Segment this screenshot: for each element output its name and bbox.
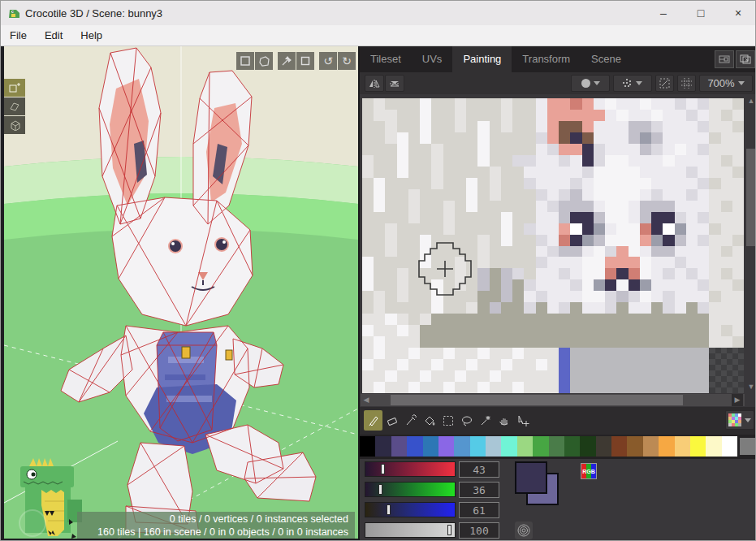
red-slider[interactable] <box>365 461 456 477</box>
viewport-3d[interactable]: ↺ ↻ 0 tiles / 0 vertices / 0 instances s… <box>1 46 358 541</box>
app-window: { "titlebar": { "title": "Crocotile 3D /… <box>0 0 756 541</box>
edit-tile-mode-button[interactable] <box>4 97 25 115</box>
minimize-button[interactable]: – <box>645 1 682 25</box>
horizontal-scrollbar[interactable]: ◀ ▶ <box>361 394 745 406</box>
palette-swatch[interactable] <box>564 436 580 457</box>
tab-transform[interactable]: Transform <box>512 46 581 72</box>
palette-swatch[interactable] <box>596 436 611 457</box>
palette-row <box>360 435 756 459</box>
green-value[interactable]: 36 <box>459 482 499 498</box>
palette-swatch[interactable] <box>643 436 659 457</box>
brush-shape-dropdown[interactable] <box>571 75 610 92</box>
palette-swatch[interactable] <box>470 436 486 457</box>
tab-painting[interactable]: Painting <box>452 46 512 72</box>
green-slider[interactable] <box>365 482 456 497</box>
tab-tileset[interactable]: Tileset <box>360 46 412 72</box>
palette-extra-swatch[interactable] <box>740 438 756 455</box>
scene-render <box>4 46 358 539</box>
blue-slider[interactable] <box>365 502 456 517</box>
mirror-x-button[interactable] <box>365 75 384 92</box>
zoom-level-dropdown[interactable]: 700% <box>699 75 753 92</box>
fill-tool[interactable] <box>420 410 438 431</box>
vertical-scrollbar[interactable]: ▲ ▼ <box>745 95 756 394</box>
palette-swatch[interactable] <box>706 436 721 457</box>
zoom-level-value: 700% <box>707 77 734 89</box>
brush-dither-dropdown[interactable] <box>613 75 652 92</box>
palette-swatch[interactable] <box>501 436 516 457</box>
palette-swatch[interactable] <box>391 436 407 457</box>
palette-swatch[interactable] <box>533 436 548 457</box>
palette-swatch[interactable] <box>454 436 469 457</box>
scroll-down-icon[interactable]: ▼ <box>745 381 756 392</box>
scroll-up-icon[interactable]: ▲ <box>745 95 756 106</box>
move-select-tool[interactable] <box>513 410 532 431</box>
lasso-tool[interactable] <box>457 410 476 431</box>
close-button[interactable]: × <box>719 1 756 25</box>
chevron-down-icon <box>636 81 642 85</box>
tab-uvs[interactable]: UVs <box>412 46 453 72</box>
menu-help[interactable]: Help <box>71 25 111 45</box>
viewport-select-tools <box>236 52 273 70</box>
pixel-grid-button[interactable] <box>677 75 696 92</box>
pencil-tool[interactable] <box>364 410 382 431</box>
palette-swatch[interactable] <box>407 436 422 457</box>
select-poly-icon[interactable] <box>255 52 273 70</box>
palette-swatch[interactable] <box>375 436 391 457</box>
palette-swatch[interactable] <box>486 436 501 457</box>
scroll-right-icon[interactable]: ▶ <box>732 394 743 406</box>
red-value[interactable]: 43 <box>459 461 499 478</box>
magic-wand-tool[interactable] <box>476 410 495 431</box>
eraser-tool[interactable] <box>382 410 401 431</box>
move-axes-icon[interactable] <box>278 52 296 70</box>
maximize-button[interactable]: □ <box>682 1 719 25</box>
horizontal-scroll-thumb[interactable] <box>391 395 683 405</box>
palette-swatch[interactable] <box>549 436 564 457</box>
painting-panel: Tileset UVs Painting Transform Scene <box>358 46 756 541</box>
palette-swatch[interactable] <box>690 436 706 457</box>
scale-rect-icon[interactable] <box>296 52 314 70</box>
blue-slider-thumb[interactable] <box>387 504 391 515</box>
palette-swatch[interactable] <box>360 436 375 457</box>
rgb-mode-badge[interactable]: RGB <box>581 463 597 479</box>
palette-swatch[interactable] <box>627 436 642 457</box>
palette-swatch[interactable] <box>722 436 737 457</box>
primary-color-swatch[interactable] <box>515 461 547 494</box>
tab-scene[interactable]: Scene <box>581 46 632 72</box>
opacity-slider[interactable] <box>365 522 456 538</box>
palette-swatch[interactable] <box>611 436 627 457</box>
green-slider-thumb[interactable] <box>378 484 382 495</box>
opacity-value[interactable]: 100 <box>459 522 499 539</box>
dither-circle-button[interactable] <box>515 522 533 539</box>
opacity-slider-thumb[interactable] <box>447 525 451 535</box>
rotate-cw-icon[interactable]: ↻ <box>338 52 356 70</box>
scroll-left-icon[interactable]: ◀ <box>361 394 372 405</box>
popout-panel-icon[interactable] <box>736 50 755 68</box>
palette-swatch[interactable] <box>675 436 690 457</box>
palette-options-dropdown[interactable] <box>725 410 754 430</box>
selection-mode-button[interactable] <box>655 75 674 92</box>
red-slider-thumb[interactable] <box>381 464 385 474</box>
palette-swatch[interactable] <box>580 436 595 457</box>
menu-edit[interactable]: Edit <box>36 25 71 45</box>
panel-tabbar: Tileset UVs Painting Transform Scene <box>360 46 756 72</box>
blue-value[interactable]: 61 <box>459 502 499 518</box>
select-rect-icon[interactable] <box>236 52 254 70</box>
add-tile-mode-button[interactable] <box>4 79 25 97</box>
window-title: Crocotile 3D / Scene: bunny3 <box>25 7 162 19</box>
pan-hand-tool[interactable] <box>495 410 513 431</box>
paint-canvas-area: ▲ ▼ ◀ ▶ <box>360 94 756 407</box>
menu-file[interactable]: File <box>1 25 36 45</box>
paint-canvas[interactable] <box>362 98 744 393</box>
mirror-y-button[interactable] <box>385 75 404 92</box>
select-rect-tool[interactable] <box>438 410 457 431</box>
eyedropper-tool[interactable] <box>401 410 420 431</box>
palette-swatch[interactable] <box>438 436 454 457</box>
palette-swatch[interactable] <box>659 436 674 457</box>
viewport-rotate-tools: ↺ ↻ <box>319 52 356 70</box>
rotate-ccw-icon[interactable]: ↺ <box>319 52 337 70</box>
cube-mode-button[interactable] <box>4 116 25 134</box>
dock-panel-icon[interactable] <box>715 50 734 68</box>
palette-swatch[interactable] <box>423 436 438 457</box>
vertical-scroll-thumb[interactable] <box>746 149 756 246</box>
palette-swatch[interactable] <box>517 436 533 457</box>
